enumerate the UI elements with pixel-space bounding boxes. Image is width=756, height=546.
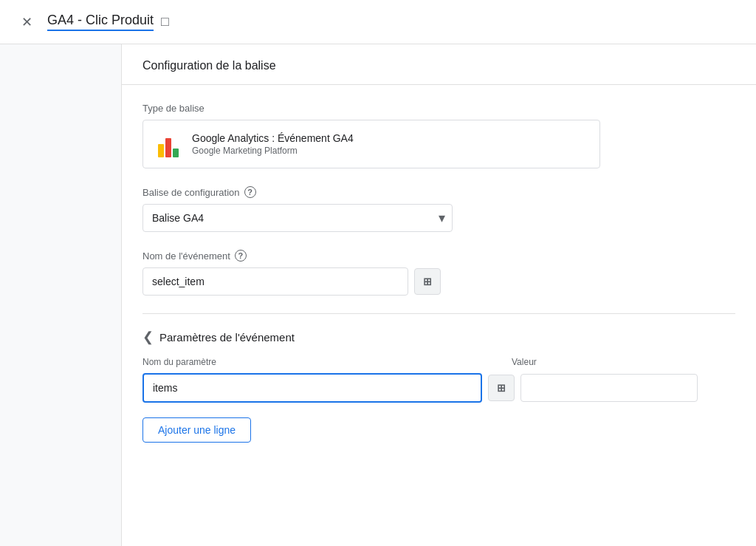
event-name-group: Nom de l'événement ? ⊞ [142, 250, 735, 296]
params-title: Paramètres de l'événement [159, 331, 295, 344]
param-variable-button[interactable]: ⊞ [488, 375, 515, 401]
close-button[interactable]: ✕ [15, 10, 38, 34]
add-line-button[interactable]: Ajouter une ligne [142, 417, 251, 443]
tag-type-sub: Google Marketing Platform [192, 146, 354, 156]
param-variable-icon: ⊞ [497, 382, 506, 394]
param-table-header: Nom du paramètre Valeur [142, 357, 735, 367]
sidebar [0, 44, 122, 546]
balise-select[interactable]: Balise GA4 [142, 204, 453, 232]
params-section: ❮ Paramètres de l'événement Nom du param… [142, 329, 735, 443]
param-row: ⊞ [142, 373, 735, 403]
tag-type-group: Type de balise Google Analytics : Événem… [142, 103, 735, 168]
params-header: ❮ Paramètres de l'événement [142, 329, 735, 345]
title-area: GA4 - Clic Produit □ [47, 13, 169, 31]
form-body: Type de balise Google Analytics : Événem… [122, 85, 756, 460]
tag-type-name: Google Analytics : Événement GA4 [192, 132, 354, 144]
config-header-text: Configuration de la balise [142, 59, 276, 72]
ga4-logo-icon [155, 131, 182, 157]
col-param-name-header: Nom du paramètre [142, 357, 482, 367]
param-value-input[interactable] [520, 374, 698, 402]
config-balise-group: Balise de configuration ? Balise GA4 ▾ [142, 186, 735, 232]
param-name-input[interactable] [142, 373, 482, 403]
main-content: Configuration de la balise Type de balis… [122, 44, 756, 546]
config-balise-help-icon[interactable]: ? [244, 186, 256, 198]
page-title: GA4 - Clic Produit [47, 13, 154, 31]
event-name-label: Nom de l'événement ? [142, 250, 735, 262]
event-name-help-icon[interactable]: ? [235, 250, 247, 262]
close-icon: ✕ [21, 14, 32, 30]
variable-icon: ⊞ [423, 276, 432, 287]
top-bar: ✕ GA4 - Clic Produit □ [0, 0, 756, 44]
tag-type-info: Google Analytics : Événement GA4 Google … [192, 132, 354, 156]
col-value-header: Valeur [512, 357, 537, 367]
balise-select-wrapper: Balise GA4 ▾ [142, 204, 453, 232]
layout: Configuration de la balise Type de balis… [0, 44, 756, 546]
section-header: Configuration de la balise [122, 44, 756, 85]
tag-type-label: Type de balise [142, 103, 735, 114]
tag-type-box[interactable]: Google Analytics : Événement GA4 Google … [142, 120, 600, 168]
params-chevron-icon[interactable]: ❮ [142, 329, 154, 345]
event-name-input[interactable] [142, 267, 408, 296]
divider [142, 313, 735, 314]
config-balise-label: Balise de configuration ? [142, 186, 735, 198]
event-name-variable-button[interactable]: ⊞ [414, 268, 441, 295]
folder-icon[interactable]: □ [161, 14, 169, 30]
event-name-row: ⊞ [142, 267, 735, 296]
